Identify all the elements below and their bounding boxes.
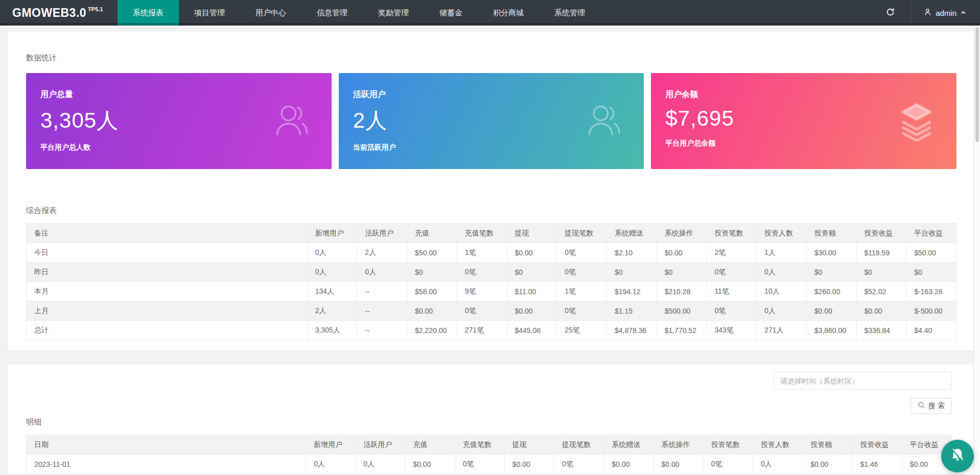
- username: admin: [936, 9, 956, 17]
- table-cell: $0: [507, 263, 557, 282]
- column-header: 提现: [504, 435, 554, 455]
- table-cell: 343笔: [707, 321, 757, 340]
- user-menu[interactable]: admin: [911, 0, 980, 26]
- column-header: 投资笔数: [703, 435, 753, 455]
- table-row: 昨日0人0人$00笔$00笔$0$00笔0人$0$0$0: [27, 263, 956, 282]
- column-header: 提现: [507, 224, 557, 243]
- table-cell: 0人: [757, 263, 807, 282]
- table-cell: 0笔: [703, 455, 753, 474]
- table-cell: $58.00: [407, 282, 457, 301]
- table-cell: $0: [407, 263, 457, 282]
- table-cell: $118.59: [856, 243, 906, 263]
- search-button[interactable]: 搜 索: [911, 398, 952, 414]
- scrollbar[interactable]: [974, 26, 980, 475]
- nav-item-6[interactable]: 储蓄金: [424, 0, 478, 26]
- table-cell: 2人: [357, 243, 407, 263]
- column-header: 提现笔数: [557, 224, 607, 243]
- column-header: 新增用户: [306, 435, 355, 455]
- table-cell: 0笔: [457, 301, 507, 321]
- table-cell: 2023-11-01: [27, 455, 306, 474]
- table-cell: $3,860.00: [806, 321, 856, 340]
- table-cell: 1笔: [457, 243, 507, 263]
- column-header: 日期: [27, 435, 306, 455]
- search-icon: [918, 401, 925, 411]
- layers-icon: [896, 101, 937, 141]
- table-cell: 0笔: [707, 263, 757, 282]
- table-cell: $0.00: [806, 301, 856, 321]
- table-cell: 1笔: [557, 282, 607, 301]
- stat-cards: 用户总量3,305人平台用户总人数活跃用户2人当前活跃用户用户余额$7,695平…: [26, 73, 956, 169]
- table-cell: $0.00: [507, 243, 557, 263]
- section-title-stats: 数据统计: [26, 52, 956, 63]
- section-title-summary: 综合报表: [26, 205, 956, 216]
- nav-right: admin: [870, 0, 980, 26]
- table-cell: $0.00: [405, 455, 455, 474]
- section-title-detail: 明细: [26, 416, 952, 427]
- table-cell: 0人: [307, 243, 357, 263]
- nav-item-3[interactable]: 用户中心: [240, 0, 301, 26]
- search-button-label: 搜 索: [928, 401, 945, 411]
- table-cell: $4,878.36: [606, 321, 657, 340]
- nav-item-4[interactable]: 信息管理: [301, 0, 363, 26]
- table-cell: $445.08: [507, 321, 557, 340]
- table-cell: 2人: [307, 301, 357, 321]
- nav-item-1[interactable]: 系统报表: [118, 0, 179, 26]
- search-row: [26, 372, 952, 390]
- table-cell: --: [357, 321, 407, 340]
- table-cell: $50.00: [906, 243, 956, 263]
- app-logo: GMOWEB3.0 TP5.1: [0, 0, 118, 26]
- table-cell: $-500.00: [906, 301, 956, 321]
- stat-card-subtitle: 当前活跃用户: [353, 143, 630, 152]
- table-cell: 今日: [27, 243, 308, 263]
- table-row: 2023-11-010人0人$0.000笔$0.000笔$0.00$0.000笔…: [27, 455, 952, 474]
- page: GMOWEB3.0 TP5.1 系统报表项目管理用户中心信息管理奖励管理储蓄金积…: [0, 0, 980, 475]
- table-row: 本月134人--$58.009笔$11.001笔$194.12$210.2811…: [27, 282, 956, 301]
- stat-card-2: 活跃用户2人当前活跃用户: [339, 73, 644, 169]
- chevron-up-icon: [960, 9, 967, 17]
- table-cell: $30.00: [806, 243, 856, 263]
- column-header: 活跃用户: [356, 435, 405, 455]
- table-row: 上月2人--$0.000笔$0.000笔$1.15$500.000笔0人$0.0…: [27, 301, 956, 321]
- column-header: 投资笔数: [707, 224, 757, 243]
- table-cell: 11笔: [707, 282, 757, 301]
- table-cell: $210.28: [657, 282, 707, 301]
- app-logo-text: GMOWEB3.0: [12, 6, 86, 20]
- table-cell: 本月: [27, 282, 308, 301]
- scrollbar-thumb[interactable]: [975, 27, 979, 142]
- stat-card-1: 用户总量3,305人平台用户总人数: [26, 73, 332, 169]
- table-cell: $0.00: [803, 455, 852, 474]
- table-cell: $1.46: [852, 455, 902, 474]
- table-cell: 9笔: [457, 282, 507, 301]
- column-header: 系统操作: [657, 224, 707, 243]
- refresh-button[interactable]: [870, 0, 911, 26]
- column-header: 活跃用户: [357, 224, 407, 243]
- table-cell: $52.02: [856, 282, 906, 301]
- table-cell: 10人: [757, 282, 807, 301]
- column-header: 备注: [27, 224, 308, 243]
- table-cell: --: [357, 301, 407, 321]
- table-cell: --: [357, 282, 407, 301]
- column-header: 平台收益: [906, 224, 956, 243]
- refresh-icon: [885, 7, 895, 19]
- time-range-input[interactable]: [774, 372, 952, 390]
- table-cell: $0: [657, 263, 707, 282]
- table-cell: $0.00: [657, 243, 707, 263]
- table-cell: 总计: [27, 321, 308, 340]
- nav-item-2[interactable]: 项目管理: [179, 0, 240, 26]
- detail-panel: 搜 索 明细 日期新增用户活跃用户充值充值笔数提现提现笔数系统赠送系统操作投资笔…: [8, 365, 973, 474]
- bell-off-icon: [949, 446, 966, 466]
- nav-item-5[interactable]: 奖励管理: [363, 0, 424, 26]
- column-header: 新增用户: [307, 224, 357, 243]
- table-cell: 0人: [753, 455, 803, 474]
- table-cell: $0: [856, 263, 906, 282]
- table-cell: 271笔: [457, 321, 507, 340]
- table-cell: 3,305人: [307, 321, 357, 340]
- main-content: 数据统计 用户总量3,305人平台用户总人数活跃用户2人当前活跃用户用户余额$7…: [0, 26, 980, 474]
- table-cell: $0: [806, 263, 856, 282]
- nav-item-7[interactable]: 积分商城: [478, 0, 539, 26]
- table-cell: 271人: [757, 321, 807, 340]
- stat-card-title: 用户余额: [665, 89, 942, 100]
- nav-item-8[interactable]: 系统管理: [539, 0, 600, 26]
- notifications-fab[interactable]: [941, 440, 974, 472]
- table-cell: $194.12: [606, 282, 657, 301]
